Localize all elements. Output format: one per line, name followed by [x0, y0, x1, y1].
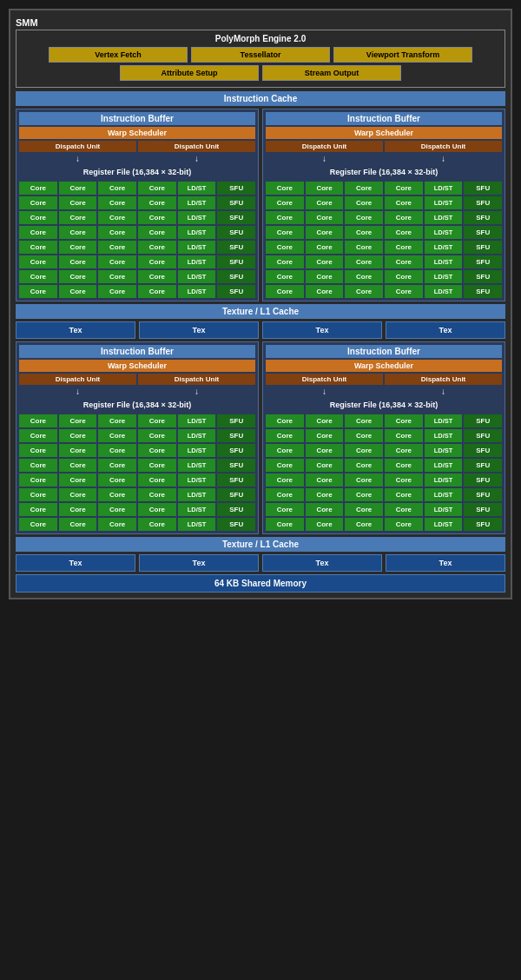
- core-cell: Core: [19, 285, 57, 298]
- core-cell: Core: [385, 414, 423, 427]
- core-cell: Core: [138, 196, 176, 209]
- dispatch-unit-tl-2: Dispatch Unit: [138, 141, 255, 152]
- core-row: Core Core Core Core LD/ST SFU: [266, 429, 502, 442]
- tex-cell-b4: Tex: [386, 554, 505, 572]
- core-cell: Core: [59, 182, 97, 195]
- ldst-cell: LD/ST: [178, 488, 216, 501]
- core-cell: Core: [345, 473, 383, 487]
- core-cell: Core: [98, 488, 136, 501]
- sfu-cell: SFU: [464, 429, 502, 442]
- core-cell: Core: [385, 255, 423, 268]
- tex-cell-b1: Tex: [16, 554, 135, 572]
- core-cell: Core: [98, 255, 136, 268]
- arrow-tl-2: ↓: [138, 154, 255, 163]
- ldst-cell: LD/ST: [425, 473, 463, 487]
- ldst-cell: LD/ST: [425, 270, 463, 283]
- core-row: Core Core Core Core LD/ST SFU: [19, 473, 255, 487]
- bottom-right-block: Instruction Buffer Warp Scheduler Dispat…: [262, 341, 505, 534]
- ldst-cell: LD/ST: [178, 459, 216, 472]
- core-cell: Core: [19, 503, 57, 516]
- core-cell: Core: [345, 196, 383, 209]
- core-grid-bl: Core Core Core Core LD/ST SFU Core Core …: [19, 414, 255, 531]
- core-row: Core Core Core Core LD/ST SFU: [266, 444, 502, 457]
- bottom-left-block: Instruction Buffer Warp Scheduler Dispat…: [16, 341, 259, 534]
- tex-cell-m4: Tex: [386, 321, 505, 339]
- core-row: Core Core Core Core LD/ST SFU: [266, 211, 502, 224]
- core-cell: Core: [138, 285, 176, 298]
- core-cell: Core: [385, 285, 423, 298]
- core-cell: Core: [345, 503, 383, 516]
- core-cell: Core: [98, 459, 136, 472]
- core-cell: Core: [266, 414, 304, 427]
- core-cell: Core: [266, 429, 304, 442]
- dispatch-unit-tl-1: Dispatch Unit: [19, 141, 136, 152]
- core-row: Core Core Core Core LD/ST SFU: [19, 211, 255, 224]
- core-row: Core Core Core Core LD/ST SFU: [266, 488, 502, 501]
- smm-title: SMM: [16, 16, 505, 30]
- core-cell: Core: [266, 182, 304, 195]
- ldst-cell: LD/ST: [178, 285, 216, 298]
- sfu-cell: SFU: [464, 196, 502, 209]
- arrow-bl-2: ↓: [138, 387, 255, 396]
- sfu-cell: SFU: [464, 182, 502, 195]
- dispatch-row-tl: Dispatch Unit Dispatch Unit: [19, 141, 255, 152]
- core-cell: Core: [306, 429, 344, 442]
- core-cell: Core: [345, 211, 383, 224]
- sfu-cell: SFU: [217, 488, 255, 501]
- shared-memory: 64 KB Shared Memory: [16, 574, 505, 593]
- poly-row-1: Vertex Fetch Tessellator Viewport Transf…: [20, 47, 501, 63]
- core-cell: Core: [138, 503, 176, 516]
- core-cell: Core: [138, 518, 176, 531]
- core-cell: Core: [19, 270, 57, 283]
- core-cell: Core: [306, 270, 344, 283]
- core-cell: Core: [385, 226, 423, 239]
- core-cell: Core: [138, 444, 176, 457]
- core-cell: Core: [98, 270, 136, 283]
- core-cell: Core: [138, 488, 176, 501]
- core-cell: Core: [306, 444, 344, 457]
- warp-scheduler-bl: Warp Scheduler: [19, 360, 255, 372]
- core-cell: Core: [306, 503, 344, 516]
- sfu-cell: SFU: [217, 226, 255, 239]
- core-cell: Core: [266, 211, 304, 224]
- sfu-cell: SFU: [217, 444, 255, 457]
- sfu-cell: SFU: [464, 518, 502, 531]
- core-row: Core Core Core Core LD/ST SFU: [266, 459, 502, 472]
- core-cell: Core: [266, 444, 304, 457]
- core-cell: Core: [306, 255, 344, 268]
- ldst-cell: LD/ST: [425, 518, 463, 531]
- sfu-cell: SFU: [217, 473, 255, 487]
- core-cell: Core: [59, 414, 97, 427]
- core-cell: Core: [385, 503, 423, 516]
- core-cell: Core: [345, 488, 383, 501]
- sfu-cell: SFU: [217, 459, 255, 472]
- core-row: Core Core Core Core LD/ST SFU: [19, 241, 255, 254]
- core-cell: Core: [266, 255, 304, 268]
- core-cell: Core: [345, 414, 383, 427]
- core-cell: Core: [138, 255, 176, 268]
- core-cell: Core: [19, 414, 57, 427]
- core-cell: Core: [59, 444, 97, 457]
- core-cell: Core: [385, 444, 423, 457]
- tex-cell-m1: Tex: [16, 321, 135, 339]
- stream-output: Stream Output: [262, 65, 401, 81]
- core-row: Core Core Core Core LD/ST SFU: [266, 241, 502, 254]
- core-cell: Core: [138, 241, 176, 254]
- tex-cell-m2: Tex: [139, 321, 259, 339]
- core-grid-tl: Core Core Core Core LD/ST SFU Core Core …: [19, 182, 255, 298]
- instruction-cache-top: Instruction Cache: [16, 91, 505, 106]
- core-cell: Core: [19, 182, 57, 195]
- dispatch-unit-bl-1: Dispatch Unit: [19, 374, 136, 385]
- ldst-cell: LD/ST: [178, 182, 216, 195]
- core-row: Core Core Core Core LD/ST SFU: [266, 414, 502, 427]
- top-dual-block: Instruction Buffer Warp Scheduler Dispat…: [16, 109, 505, 301]
- reg-file-tl: Register File (16,384 × 32-bit): [19, 165, 255, 179]
- sfu-cell: SFU: [217, 429, 255, 442]
- core-cell: Core: [59, 459, 97, 472]
- arrow-tr: ↓ ↓: [266, 154, 502, 163]
- ldst-cell: LD/ST: [425, 503, 463, 516]
- arrow-tl: ↓ ↓: [19, 154, 255, 163]
- core-cell: Core: [345, 255, 383, 268]
- reg-file-tr: Register File (16,384 × 32-bit): [266, 165, 502, 179]
- core-row: Core Core Core Core LD/ST SFU: [19, 226, 255, 239]
